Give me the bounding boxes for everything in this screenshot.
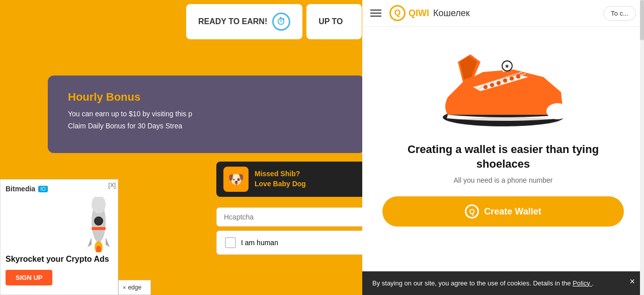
qiwi-header: Q QIWI Кошелек То с... (362, 0, 644, 27)
captcha-area: I am human (216, 207, 367, 255)
top-banners: READY TO EARN! ⏱ UP TO (186, 4, 362, 39)
hourly-title: Hourly Bonus (68, 91, 345, 104)
qiwi-scrollbar[interactable] (640, 0, 644, 295)
ad-logo-badge: IO (38, 186, 48, 192)
hourly-bonus-card: Hourly Bonus You can earn up to $10 by v… (48, 76, 365, 153)
hamburger-line-3 (370, 16, 381, 17)
ad-headline: Skyrocket your Crypto Ads (6, 254, 113, 265)
qiwi-content: ★ Creating a wallet is easier than tying… (362, 27, 644, 295)
up-to-text: UP TO (318, 17, 343, 26)
hamburger-menu-button[interactable] (370, 10, 381, 17)
qiwi-logo: Q QIWI Кошелек (389, 5, 603, 21)
qiwi-brand-name: QIWI (409, 8, 429, 19)
banner-ready-text: READY TO EARN! (198, 17, 267, 26)
svg-point-16 (484, 85, 488, 89)
qiwi-subtext: All you need is a phone number (454, 176, 553, 184)
qiwi-scrollbar-thumb[interactable] (640, 0, 644, 40)
hourly-claim-text: Claim Daily Bonus for 30 Days Strea (68, 122, 345, 130)
crypto-ad-text: Missed Shib? Love Baby Dog (255, 169, 306, 189)
qiwi-brand-subtitle: Кошелек (433, 8, 470, 19)
captcha-human-label: I am human (241, 239, 278, 247)
edge-bar: × edge (118, 280, 151, 295)
ad-banner: [X] Bitmedia IO Skyrocket your Crypto Ad… (0, 179, 118, 295)
svg-marker-5 (106, 237, 110, 247)
svg-point-22 (454, 117, 560, 125)
svg-text:★: ★ (505, 63, 510, 69)
up-to-card: UP TO (306, 4, 362, 39)
ad-logo: Bitmedia IO (6, 185, 113, 193)
ready-earn-card: READY TO EARN! ⏱ (186, 4, 302, 39)
qiwi-panel: Q QIWI Кошелек То с... (362, 0, 644, 295)
svg-point-20 (510, 77, 514, 81)
cookie-policy-link[interactable]: Policy (573, 279, 592, 287)
cookie-close-button[interactable]: × (629, 276, 635, 287)
cookie-text: By staying on our site, you agree to the… (372, 279, 571, 287)
btn-q-icon: Q (465, 204, 479, 218)
crypto-shib-ad[interactable]: 🐶 Missed Shib? Love Baby Dog (216, 162, 367, 197)
svg-point-17 (490, 83, 494, 87)
sneaker-image: ★ (433, 37, 574, 132)
qiwi-q-icon: Q (389, 5, 406, 21)
captcha-input[interactable] (216, 207, 367, 227)
ad-logo-name: Bitmedia (6, 185, 35, 193)
ad-rocket-area (6, 197, 113, 252)
clock-icon: ⏱ (272, 13, 290, 31)
hamburger-line-1 (370, 10, 381, 11)
edge-label: edge (128, 284, 141, 291)
svg-point-21 (516, 75, 520, 79)
svg-point-3 (95, 217, 102, 225)
create-wallet-label: Create Wallet (484, 206, 541, 217)
sneaker-container: ★ (382, 37, 624, 132)
hourly-earn-text: You can earn up to $10 by visiting this … (68, 110, 345, 118)
svg-rect-8 (92, 227, 106, 230)
svg-point-19 (503, 79, 507, 83)
qiwi-main-heading: Creating a wallet is easier than tying s… (382, 142, 624, 171)
rocket-icon (85, 197, 113, 252)
cookie-notice: By staying on our site, you agree to the… (362, 271, 640, 296)
ad-signup-button[interactable]: SIGN UP (6, 270, 52, 285)
captcha-checkbox-row[interactable]: I am human (216, 231, 367, 255)
svg-point-18 (497, 81, 501, 85)
hamburger-line-2 (370, 13, 381, 14)
shib-icon: 🐶 (223, 167, 249, 192)
edge-close[interactable]: × (123, 284, 126, 290)
ad-content: Skyrocket your Crypto Ads SIGN UP (6, 254, 113, 285)
create-wallet-button[interactable]: Q Create Wallet (382, 196, 624, 227)
svg-marker-4 (88, 237, 92, 247)
qiwi-top-button[interactable]: То с... (603, 6, 636, 21)
captcha-check[interactable] (225, 237, 236, 248)
ad-close-button[interactable]: [X] (108, 182, 116, 189)
